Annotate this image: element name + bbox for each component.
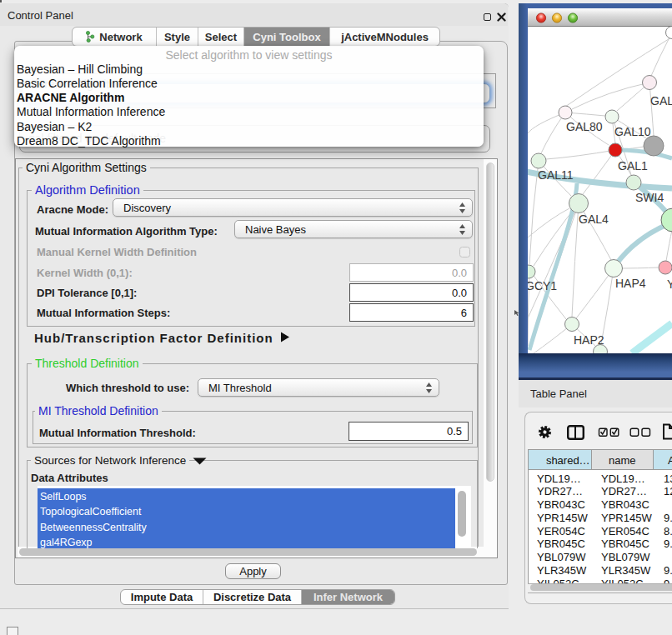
svg-text:GAL7: GAL7 (650, 94, 672, 108)
svg-text:HAP4: HAP4 (615, 277, 646, 290)
svg-text:GAL10: GAL10 (614, 125, 651, 138)
svg-text:Y: Y (667, 278, 672, 291)
svg-text:GAL1: GAL1 (618, 159, 648, 172)
svg-text:GCY1: GCY1 (528, 279, 557, 292)
svg-text:SWI4: SWI4 (635, 191, 664, 204)
svg-text:GAL80: GAL80 (566, 120, 603, 133)
svg-text:GAL4: GAL4 (579, 212, 609, 226)
svg-text:HAP2: HAP2 (574, 333, 604, 347)
svg-text:GAL11: GAL11 (538, 168, 574, 182)
